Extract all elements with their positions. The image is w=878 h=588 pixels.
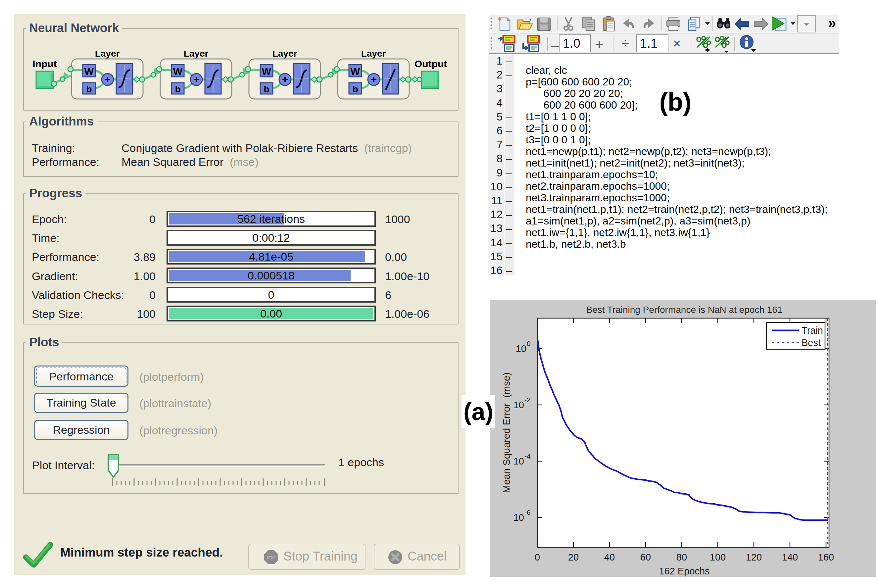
svg-text:STOP: STOP xyxy=(267,556,276,560)
svg-text:Layer: Layer xyxy=(184,51,208,58)
svg-text:Layer: Layer xyxy=(273,51,297,58)
svg-text:10: 10 xyxy=(514,512,524,523)
svg-text:Layer: Layer xyxy=(361,51,386,58)
svg-text:60: 60 xyxy=(640,552,651,562)
svg-text:0: 0 xyxy=(535,552,540,562)
svg-text:Layer: Layer xyxy=(95,51,120,58)
svg-text:162 Epochs: 162 Epochs xyxy=(659,566,709,576)
svg-text:Input: Input xyxy=(33,58,57,69)
svg-text:-6: -6 xyxy=(524,508,531,516)
svg-text:10: 10 xyxy=(516,344,526,354)
svg-text:160: 160 xyxy=(818,552,834,562)
svg-text:140: 140 xyxy=(782,552,798,562)
svg-text:Best Training Performance is N: Best Training Performance is NaN at epoc… xyxy=(586,304,783,315)
svg-text:10: 10 xyxy=(514,456,524,466)
svg-text:100: 100 xyxy=(710,552,726,562)
svg-text:20: 20 xyxy=(568,552,579,562)
svg-text:120: 120 xyxy=(746,552,762,562)
svg-text:10: 10 xyxy=(514,400,524,410)
svg-text:0: 0 xyxy=(527,340,531,347)
svg-text:-4: -4 xyxy=(524,452,531,460)
svg-text:Output: Output xyxy=(415,58,447,69)
svg-text:Best: Best xyxy=(802,338,821,348)
svg-text:40: 40 xyxy=(604,552,615,562)
svg-text:Mean Squared Error (mse): Mean Squared Error (mse) xyxy=(501,372,512,493)
svg-text:Train: Train xyxy=(802,325,823,336)
svg-text:80: 80 xyxy=(676,552,687,562)
svg-text:-2: -2 xyxy=(524,396,531,404)
